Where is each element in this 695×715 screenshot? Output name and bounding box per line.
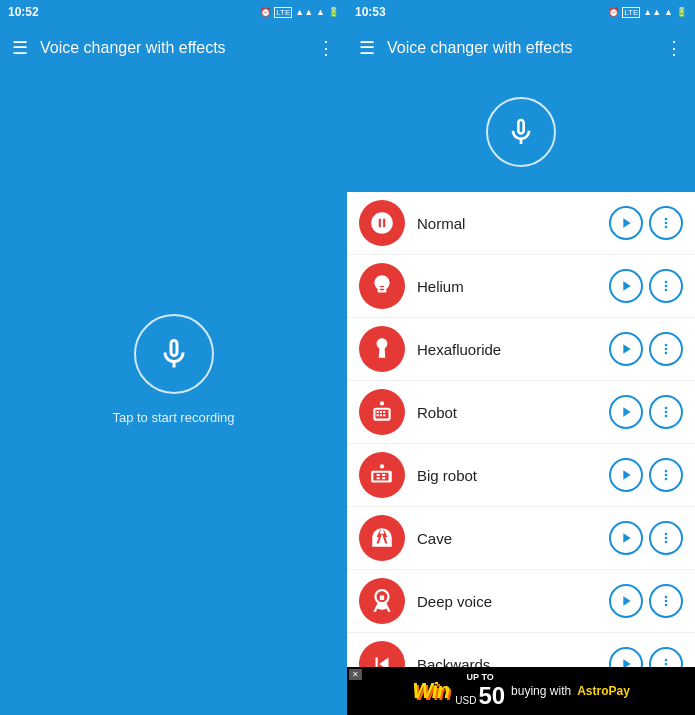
right-mic-button[interactable] [486,97,556,167]
backwards-play-button[interactable] [609,647,643,667]
robot-actions [609,395,683,429]
wifi-icon: ▲ [316,7,325,17]
left-bottom-bar [0,667,347,715]
dots-icon [658,530,674,546]
right-more-options-icon[interactable]: ⋮ [665,37,683,59]
big-robot-icon [369,462,395,488]
hexafluoride-actions [609,332,683,366]
hexafluoride-icon-circle [359,326,405,372]
right-status-bar: 10:53 ⏰ LTE ▲▲ ▲ 🔋 [347,0,695,24]
deep-voice-actions [609,584,683,618]
right-app-bar: ☰ Voice changer with effects ⋮ [347,24,695,72]
ad-buying-text: buying with [511,684,571,698]
right-mic-icon [505,116,537,148]
normal-play-button[interactable] [609,206,643,240]
effect-item-big-robot: Big robot [347,444,695,507]
effect-item-cave: Cave [347,507,695,570]
big-robot-more-button[interactable] [649,458,683,492]
dots-icon [658,404,674,420]
hamburger-icon[interactable]: ☰ [12,37,28,59]
big-robot-actions [609,458,683,492]
ad-brand: AstroPay [577,684,630,698]
ad-win-text: Win [412,678,449,704]
signal-icon: ▲▲ [295,7,313,17]
normal-more-button[interactable] [649,206,683,240]
network-icon: LTE [274,7,292,18]
deep-voice-play-button[interactable] [609,584,643,618]
backwards-icon-circle [359,641,405,667]
dots-icon [658,593,674,609]
effect-item-backwards: Backwards [347,633,695,667]
dots-icon [658,656,674,667]
effects-list: Normal Helium [347,192,695,667]
ad-banner[interactable]: ✕ Win UP TO USD 50 buying with AstroPay [347,667,695,715]
effect-item-helium: Helium [347,255,695,318]
play-icon [618,467,634,483]
deep-voice-icon [369,588,395,614]
left-panel: 10:52 ⏰ LTE ▲▲ ▲ 🔋 ☰ Voice changer with … [0,0,347,715]
signal-icon-right: ▲▲ [643,7,661,17]
deep-voice-more-button[interactable] [649,584,683,618]
right-app-title: Voice changer with effects [387,39,653,57]
helium-more-button[interactable] [649,269,683,303]
battery-icon: 🔋 [328,7,339,17]
effect-item-robot: Robot [347,381,695,444]
left-app-bar: ☰ Voice changer with effects ⋮ [0,24,347,72]
right-hamburger-icon[interactable]: ☰ [359,37,375,59]
play-icon [618,656,634,667]
helium-play-button[interactable] [609,269,643,303]
dots-icon [658,215,674,231]
play-icon [618,593,634,609]
cave-play-button[interactable] [609,521,643,555]
normal-actions [609,206,683,240]
play-icon [618,278,634,294]
effect-item-deep-voice: Deep voice [347,570,695,633]
mic-button[interactable] [134,314,214,394]
dots-icon [658,341,674,357]
ad-content: Win UP TO USD 50 buying with AstroPay [412,672,630,710]
ad-amount: 50 [478,682,505,710]
big-robot-play-button[interactable] [609,458,643,492]
robot-label: Robot [417,404,597,421]
backwards-label: Backwards [417,656,597,668]
helium-actions [609,269,683,303]
deep-voice-icon-circle [359,578,405,624]
normal-label: Normal [417,215,597,232]
ad-amount-block: UP TO USD 50 [455,672,505,710]
left-status-bar: 10:52 ⏰ LTE ▲▲ ▲ 🔋 [0,0,347,24]
battery-icon-right: 🔋 [676,7,687,17]
left-status-time: 10:52 [8,5,39,19]
dots-icon [658,467,674,483]
hexafluoride-icon [369,336,395,362]
backwards-more-button[interactable] [649,647,683,667]
big-robot-icon-circle [359,452,405,498]
play-icon [618,215,634,231]
wifi-icon-right: ▲ [664,7,673,17]
hexafluoride-play-button[interactable] [609,332,643,366]
more-options-icon[interactable]: ⋮ [317,37,335,59]
ad-close-button[interactable]: ✕ [349,669,362,680]
helium-icon-circle [359,263,405,309]
hexafluoride-more-button[interactable] [649,332,683,366]
ad-currency: USD [455,695,476,706]
ad-up-to: UP TO [467,672,494,682]
hexafluoride-label: Hexafluoride [417,341,597,358]
left-app-title: Voice changer with effects [40,39,305,57]
alarm-icon-right: ⏰ [608,7,619,17]
cave-icon-circle [359,515,405,561]
robot-play-button[interactable] [609,395,643,429]
backwards-actions [609,647,683,667]
effect-item-hexafluoride: Hexafluoride [347,318,695,381]
effect-item-normal: Normal [347,192,695,255]
deep-voice-label: Deep voice [417,593,597,610]
normal-icon-circle [359,200,405,246]
cave-icon [369,525,395,551]
helium-label: Helium [417,278,597,295]
left-status-icons: ⏰ LTE ▲▲ ▲ 🔋 [260,7,339,18]
cave-more-button[interactable] [649,521,683,555]
left-main-content: Tap to start recording [0,72,347,667]
network-icon-right: LTE [622,7,640,18]
robot-more-button[interactable] [649,395,683,429]
right-status-time: 10:53 [355,5,386,19]
right-header [347,72,695,192]
